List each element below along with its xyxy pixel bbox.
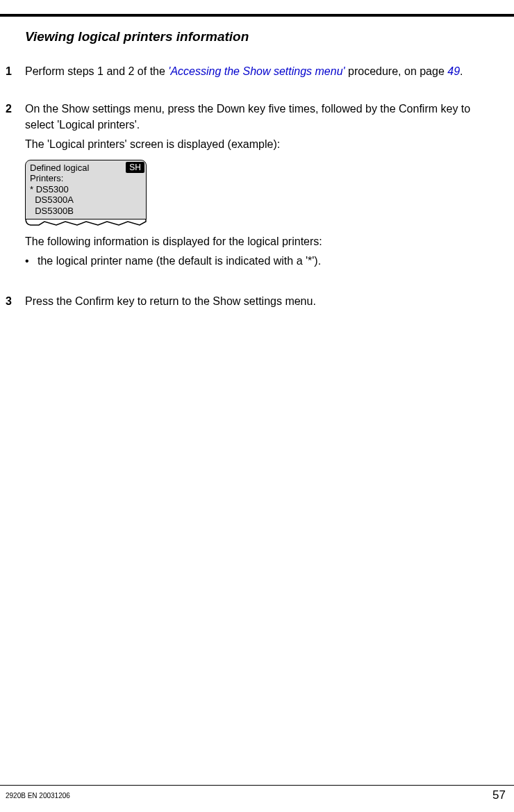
step-3: 3 Press the Confirm key to return to the… bbox=[25, 294, 500, 312]
display-line: Defined logical bbox=[30, 163, 142, 174]
page-link[interactable]: 49 bbox=[447, 65, 460, 77]
step-body: On the Show settings menu, press the Dow… bbox=[25, 101, 500, 274]
text: . bbox=[460, 65, 463, 77]
step-body: Press the Confirm key to return to the S… bbox=[25, 294, 500, 312]
step-text: The 'Logical printers' screen is display… bbox=[25, 137, 500, 152]
lcd-display: SH Defined logical Printers: * DS5300 DS… bbox=[25, 160, 147, 219]
page-content: Viewing logical printers information 1 P… bbox=[25, 29, 500, 332]
list-item: the logical printer name (the default is… bbox=[25, 254, 500, 269]
display-line: DS5300A bbox=[30, 194, 142, 206]
bottom-rule bbox=[0, 785, 514, 786]
procedure-link[interactable]: 'Accessing the Show settings menu' bbox=[168, 65, 345, 77]
step-text: On the Show settings menu, press the Dow… bbox=[25, 101, 500, 133]
step-text: Perform steps 1 and 2 of the 'Accessing … bbox=[25, 64, 500, 79]
page-number: 57 bbox=[492, 788, 506, 802]
sh-badge: SH bbox=[126, 162, 144, 173]
step-number: 3 bbox=[6, 294, 25, 312]
section-heading: Viewing logical printers information bbox=[25, 29, 500, 44]
display-line: Printers: bbox=[30, 173, 142, 184]
step-1: 1 Perform steps 1 and 2 of the 'Accessin… bbox=[25, 64, 500, 82]
steps: 1 Perform steps 1 and 2 of the 'Accessin… bbox=[25, 64, 500, 313]
step-text: The following information is displayed f… bbox=[25, 234, 500, 249]
step-number: 2 bbox=[6, 101, 25, 274]
step-text: Press the Confirm key to return to the S… bbox=[25, 294, 500, 309]
text: Perform steps 1 and 2 of the bbox=[25, 65, 168, 77]
bullet-list: the logical printer name (the default is… bbox=[25, 254, 500, 269]
footer-doc-id: 2920B EN 20031206 bbox=[6, 792, 70, 799]
torn-edge bbox=[25, 219, 147, 226]
top-rule bbox=[0, 14, 514, 17]
text: procedure, on page bbox=[345, 65, 448, 77]
display-line: DS5300B bbox=[30, 206, 142, 217]
step-body: Perform steps 1 and 2 of the 'Accessing … bbox=[25, 64, 500, 82]
display-line: * DS5300 bbox=[30, 184, 142, 195]
step-number: 1 bbox=[6, 64, 25, 82]
step-2: 2 On the Show settings menu, press the D… bbox=[25, 101, 500, 274]
display-panel: SH Defined logical Printers: * DS5300 DS… bbox=[25, 160, 147, 226]
